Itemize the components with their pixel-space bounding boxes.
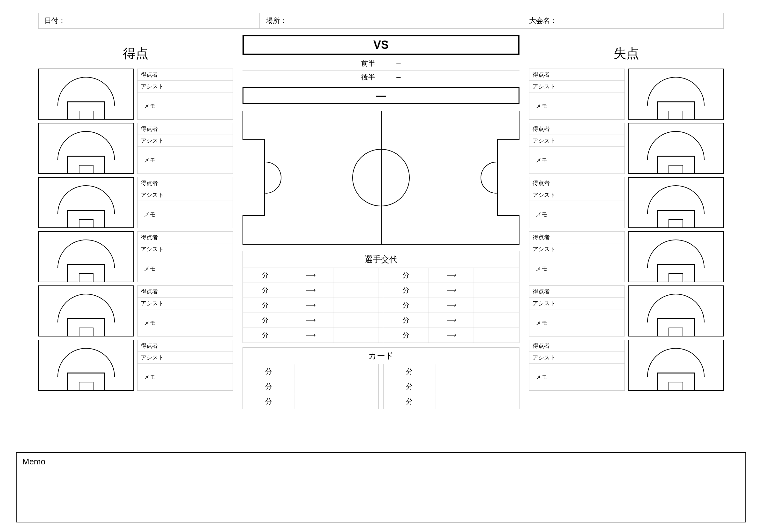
scorer-row[interactable]: 得点者 xyxy=(529,123,625,135)
sub-minute[interactable]: 分 xyxy=(383,268,428,283)
goal-memo-row[interactable]: メモ xyxy=(137,255,233,282)
sub-in[interactable] xyxy=(474,283,519,298)
scorer-row[interactable]: 得点者 xyxy=(137,232,233,243)
sub-minute[interactable]: 分 xyxy=(243,328,288,343)
match-sheet: 日付： 場所： 大会名： 得点 得点者 アシスト メモ 得点者 アシスト メモ … xyxy=(0,0,762,532)
sub-row[interactable]: 分 ⟶ 分 ⟶ xyxy=(243,328,519,343)
assist-row[interactable]: アシスト xyxy=(137,352,233,364)
sub-in[interactable] xyxy=(334,298,379,312)
sub-minute[interactable]: 分 xyxy=(243,283,288,298)
scorer-row[interactable]: 得点者 xyxy=(529,232,625,243)
tournament-field[interactable]: 大会名： xyxy=(523,13,724,29)
scorer-row[interactable]: 得点者 xyxy=(529,340,625,352)
card-player[interactable] xyxy=(436,394,519,409)
sub-row[interactable]: 分 ⟶ 分 ⟶ xyxy=(243,298,519,313)
card-player[interactable] xyxy=(295,364,378,379)
sub-minute[interactable]: 分 xyxy=(383,328,428,343)
sub-row[interactable]: 分 ⟶ 分 ⟶ xyxy=(243,283,519,298)
goal-memo-row[interactable]: メモ xyxy=(137,147,233,173)
goal-memo-row[interactable]: メモ xyxy=(137,93,233,119)
goal-diagram[interactable] xyxy=(628,286,724,337)
sub-in[interactable] xyxy=(474,328,519,343)
assist-row[interactable]: アシスト xyxy=(529,189,625,201)
goal-diagram[interactable] xyxy=(628,231,724,282)
goal-row: 得点者 アシスト メモ xyxy=(38,340,233,391)
goal-memo-row[interactable]: メモ xyxy=(137,364,233,390)
goal-memo-row[interactable]: メモ xyxy=(137,309,233,336)
sub-minute[interactable]: 分 xyxy=(243,268,288,283)
assist-row[interactable]: アシスト xyxy=(529,298,625,309)
goal-memo-row[interactable]: メモ xyxy=(529,93,625,119)
card-player[interactable] xyxy=(436,379,519,394)
scorer-row[interactable]: 得点者 xyxy=(529,69,625,81)
card-player[interactable] xyxy=(295,394,378,409)
scorer-row[interactable]: 得点者 xyxy=(137,286,233,298)
sub-in[interactable] xyxy=(474,268,519,283)
assist-row[interactable]: アシスト xyxy=(137,189,233,201)
scorer-row[interactable]: 得点者 xyxy=(137,123,233,135)
assist-row[interactable]: アシスト xyxy=(137,135,233,147)
scorer-row[interactable]: 得点者 xyxy=(529,286,625,298)
goal-memo-row[interactable]: メモ xyxy=(137,201,233,228)
sub-in[interactable] xyxy=(334,313,379,328)
goal-memo-row[interactable]: メモ xyxy=(529,309,625,336)
assist-row[interactable]: アシスト xyxy=(137,243,233,255)
sub-minute[interactable]: 分 xyxy=(383,283,428,298)
card-player[interactable] xyxy=(436,364,519,379)
goal-diagram[interactable] xyxy=(628,123,724,174)
sub-in[interactable] xyxy=(474,298,519,312)
goal-diagram[interactable] xyxy=(38,231,134,282)
sub-row[interactable]: 分 ⟶ 分 ⟶ xyxy=(243,268,519,283)
goal-diagram[interactable] xyxy=(38,340,134,391)
goal-diagram[interactable] xyxy=(628,177,724,228)
goal-memo-row[interactable]: メモ xyxy=(529,201,625,228)
arrow-icon: ⟶ xyxy=(428,313,474,328)
place-field[interactable]: 場所： xyxy=(260,13,523,29)
card-minute[interactable]: 分 xyxy=(243,364,295,379)
card-row[interactable]: 分 分 xyxy=(243,364,519,379)
goal-diagram[interactable] xyxy=(628,69,724,120)
sub-in[interactable] xyxy=(334,328,379,343)
sub-in[interactable] xyxy=(334,283,379,298)
assist-row[interactable]: アシスト xyxy=(137,298,233,309)
sub-minute[interactable]: 分 xyxy=(243,313,288,328)
sub-in[interactable] xyxy=(474,313,519,328)
assist-row[interactable]: アシスト xyxy=(529,81,625,93)
goal-diagram[interactable] xyxy=(38,177,134,228)
card-row[interactable]: 分 分 xyxy=(243,379,519,394)
goal-diagram[interactable] xyxy=(628,340,724,391)
card-minute[interactable]: 分 xyxy=(243,379,295,394)
sub-row[interactable]: 分 ⟶ 分 ⟶ xyxy=(243,313,519,328)
goal-meta: 得点者 アシスト メモ xyxy=(137,231,233,282)
goal-diagram[interactable] xyxy=(38,123,134,174)
assist-row[interactable]: アシスト xyxy=(529,243,625,255)
card-minute[interactable]: 分 xyxy=(384,364,435,379)
date-field[interactable]: 日付： xyxy=(38,13,260,29)
goal-memo-row[interactable]: メモ xyxy=(529,364,625,390)
goal-memo-row[interactable]: メモ xyxy=(529,255,625,282)
card-row[interactable]: 分 分 xyxy=(243,394,519,409)
pitch-diagram[interactable] xyxy=(243,111,519,245)
sub-in[interactable] xyxy=(334,268,379,283)
sub-minute[interactable]: 分 xyxy=(243,298,288,312)
scorer-row[interactable]: 得点者 xyxy=(529,177,625,189)
card-minute[interactable]: 分 xyxy=(384,394,435,409)
memo-box[interactable]: Memo xyxy=(16,452,746,522)
card-minute[interactable]: 分 xyxy=(384,379,435,394)
subs-table: 分 ⟶ 分 ⟶ 分 ⟶ 分 ⟶ 分 ⟶ 分 ⟶ 分 ⟶ 分 ⟶ 分 ⟶ 分 ⟶ xyxy=(243,268,519,343)
goal-memo-row[interactable]: メモ xyxy=(529,147,625,173)
scorer-row[interactable]: 得点者 xyxy=(137,177,233,189)
scorer-row[interactable]: 得点者 xyxy=(137,340,233,352)
assist-row[interactable]: アシスト xyxy=(137,81,233,93)
scorer-row[interactable]: 得点者 xyxy=(137,69,233,81)
assist-row[interactable]: アシスト xyxy=(529,135,625,147)
goal-diagram[interactable] xyxy=(38,286,134,337)
goal-meta: 得点者 アシスト メモ xyxy=(529,69,625,120)
sub-minute[interactable]: 分 xyxy=(383,313,428,328)
goal-diagram[interactable] xyxy=(38,69,134,120)
card-player[interactable] xyxy=(295,379,378,394)
sub-minute[interactable]: 分 xyxy=(383,298,428,312)
card-minute[interactable]: 分 xyxy=(243,394,295,409)
goals-against-title: 失点 xyxy=(529,45,724,62)
assist-row[interactable]: アシスト xyxy=(529,352,625,364)
